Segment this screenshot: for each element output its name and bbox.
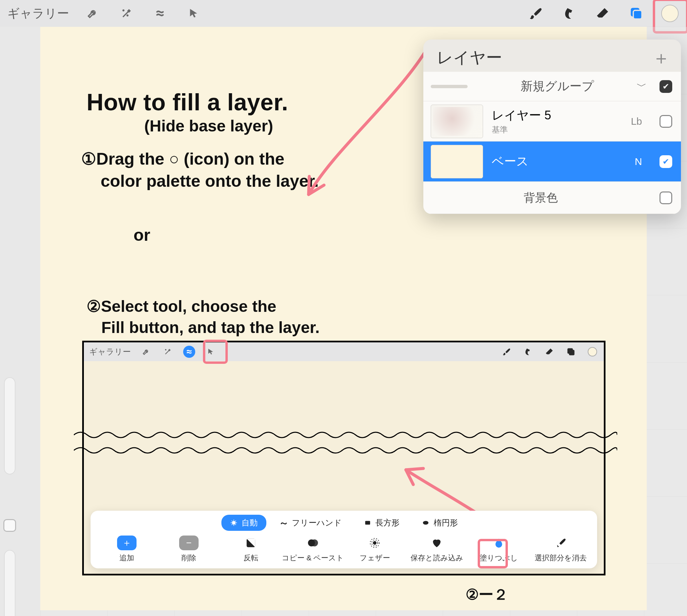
embedded-screenshot: ギャラリー [82,341,605,575]
tab-label: 長方形 [375,518,400,528]
fill-drop-icon [491,535,506,550]
minus-icon: − [179,535,199,550]
wrench-icon[interactable] [83,4,103,23]
selection-op-feather[interactable]: フェザー [348,535,402,563]
arrow-icon[interactable] [184,4,203,23]
tab-label: 自動 [241,518,258,528]
embedded-brush-icon[interactable] [500,346,513,358]
select-icon[interactable] [150,4,170,23]
top-toolbar: ギャラリー [0,0,687,27]
op-label: 追加 [120,553,134,563]
selection-op-save-load[interactable]: 保存と読み込み [410,535,464,563]
subtitle-text: (Hide base layer) [144,117,273,135]
brush-opacity-slider[interactable] [4,550,16,616]
op-label: 反転 [243,553,258,563]
invert-icon [243,535,258,550]
step2-line1: ②Select tool, choose the [87,297,276,315]
layer-sublabel: 基準 [492,125,622,135]
embedded-arrow-icon[interactable] [205,346,217,358]
svg-rect-3 [569,350,574,355]
chevron-down-icon[interactable]: ﹀ [637,80,647,93]
selection-op-fill[interactable]: 塗りつぶし [472,535,525,563]
color-swatch[interactable] [660,4,680,23]
embedded-wrench-icon[interactable] [140,346,152,358]
title-text: How to fill a layer. [87,89,288,116]
eraser-icon[interactable] [593,4,613,23]
svg-point-9 [311,540,318,547]
background-visibility-checkbox[interactable] [660,192,672,204]
heart-icon [429,535,444,550]
smudge-icon[interactable] [560,4,579,23]
embedded-color-swatch[interactable] [586,346,598,358]
layer-thumbnail [431,145,483,178]
step1-line1: ①Drag the ○ (icon) on the [81,149,284,169]
layer-row[interactable]: レイヤー 5 基準 Lb [423,101,681,141]
op-label: 塗りつぶし [480,553,518,563]
layer-visibility-checkbox[interactable]: ✔ [660,155,672,168]
or-text: or [133,225,150,245]
embedded-select-icon[interactable] [183,346,195,358]
wavy-divider [74,444,617,456]
op-label: 削除 [181,553,196,563]
svg-point-10 [373,542,377,545]
undo-square-button[interactable] [3,519,16,532]
embedded-toolbar: ギャラリー [84,343,604,361]
embedded-wand-icon[interactable] [162,346,174,358]
selection-op-copy-paste[interactable]: コピー & ペースト [286,535,340,563]
wand-icon[interactable] [117,4,136,23]
annotation-2-2: ②ー２ [466,585,508,604]
selection-tab-ellipse[interactable]: 楕円形 [413,515,467,531]
blend-mode-label[interactable]: N [635,156,642,167]
selection-tab-freehand[interactable]: フリーハンド [271,515,350,531]
brush-icon[interactable] [526,4,545,23]
clear-icon [554,535,568,550]
selection-op-subtract[interactable]: − 削除 [162,535,216,563]
selection-op-clear[interactable]: 選択部分を消去 [534,535,588,563]
feather-icon [367,535,382,550]
step2-line2: Fill button, and tap the layer. [101,318,320,337]
selection-op-add[interactable]: ＋ 追加 [100,535,154,563]
blend-mode-label[interactable]: Lb [631,116,642,127]
group-visibility-checkbox[interactable]: ✔ [660,80,672,93]
background-label: 背景色 [431,190,651,205]
gallery-button[interactable]: ギャラリー [7,5,69,22]
tab-label: 楕円形 [434,518,458,528]
layer-name: ベース [492,153,626,170]
brush-size-slider[interactable] [4,377,16,475]
svg-point-6 [423,521,428,525]
selection-tab-rectangle[interactable]: 長方形 [355,515,408,531]
layer-thumbnail [431,105,483,138]
layer-group-row[interactable]: 新規グループ ﹀ ✔ [423,72,681,101]
selection-op-invert[interactable]: 反転 [224,535,278,563]
layers-panel: レイヤー ＋ 新規グループ ﹀ ✔ レイヤー 5 基準 Lb ベース N ✔ [423,40,681,214]
embedded-gallery-button[interactable]: ギャラリー [89,346,131,357]
layers-icon[interactable] [627,4,646,23]
tab-label: フリーハンド [292,518,342,528]
wavy-divider [74,429,617,441]
selection-tab-auto[interactable]: 自動 [221,515,266,531]
copy-paste-icon [306,535,320,550]
svg-rect-1 [633,10,642,19]
op-label: 保存と読み込み [411,553,463,563]
op-label: コピー & ペースト [282,553,344,563]
layer-visibility-checkbox[interactable] [660,115,672,128]
step1-line2: color palette onto the layer. [101,171,319,191]
layer-row-selected[interactable]: ベース N ✔ [423,141,681,182]
layer-name: レイヤー 5 [492,107,622,124]
op-label: 選択部分を消去 [535,553,587,563]
group-name: 新規グループ [478,78,637,94]
plus-icon: ＋ [117,535,136,550]
layers-panel-title: レイヤー [437,47,652,68]
selection-options-bar: 自動 フリーハンド 長方形 楕円形 [90,511,597,568]
group-thumb [431,85,468,88]
op-label: フェザー [360,553,390,563]
embedded-layers-icon[interactable] [565,346,577,358]
background-color-row[interactable]: 背景色 [423,182,681,214]
add-layer-button[interactable]: ＋ [652,52,670,63]
embedded-eraser-icon[interactable] [543,346,556,358]
svg-rect-5 [365,521,370,525]
embedded-smudge-icon[interactable] [522,346,534,358]
svg-point-4 [232,521,235,525]
